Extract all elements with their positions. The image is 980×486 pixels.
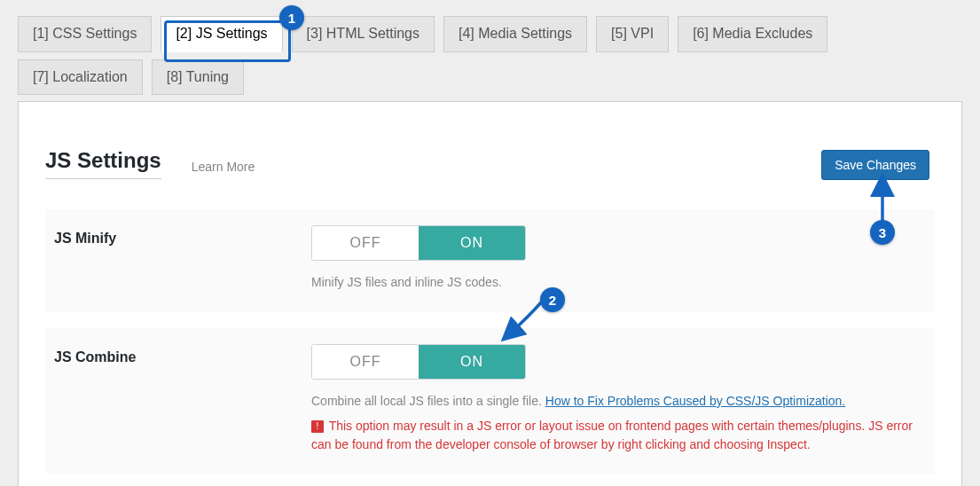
tab-media-excludes[interactable]: [6] Media Excludes [678, 16, 827, 52]
tab-localization[interactable]: [7] Localization [18, 59, 143, 96]
alert-icon: ! [311, 420, 324, 433]
desc-js-minify: Minify JS files and inline JS codes. [311, 273, 926, 293]
tab-row-1: [1] CSS Settings [2] JS Settings [3] HTM… [18, 16, 962, 52]
desc-js-combine: Combine all local JS files into a single… [311, 392, 926, 412]
tab-js-settings[interactable]: [2] JS Settings [161, 16, 282, 52]
save-changes-button[interactable]: Save Changes [821, 150, 929, 180]
tab-css-settings[interactable]: [1] CSS Settings [18, 16, 152, 52]
toggle-on[interactable]: ON [419, 345, 525, 379]
tab-media-settings[interactable]: [4] Media Settings [443, 16, 587, 52]
toggle-js-combine[interactable]: OFF ON [311, 344, 526, 380]
setting-js-combine: JS Combine OFF ON Combine all local JS f… [45, 328, 935, 474]
setting-js-minify: JS Minify OFF ON Minify JS files and inl… [45, 209, 935, 312]
toggle-off[interactable]: OFF [312, 226, 419, 260]
warning-js-combine: ! This option may result in a JS error o… [311, 417, 926, 455]
toggle-js-minify[interactable]: OFF ON [311, 225, 526, 261]
settings-panel: Save Changes JS Settings Learn More JS M… [18, 101, 962, 486]
tab-tuning[interactable]: [8] Tuning [152, 59, 244, 96]
label-js-minify: JS Minify [54, 225, 276, 247]
tab-row-2: [7] Localization [8] Tuning [18, 59, 962, 96]
toggle-on[interactable]: ON [419, 226, 525, 260]
page-title: JS Settings [45, 148, 161, 179]
learn-more-link[interactable]: Learn More [192, 160, 255, 179]
link-fix-problems[interactable]: How to Fix Problems Caused by CSS/JS Opt… [545, 394, 845, 408]
tab-vpi[interactable]: [5] VPI [596, 16, 669, 52]
tab-html-settings[interactable]: [3] HTML Settings [292, 16, 435, 52]
label-js-combine: JS Combine [54, 344, 276, 365]
toggle-off[interactable]: OFF [312, 345, 419, 379]
